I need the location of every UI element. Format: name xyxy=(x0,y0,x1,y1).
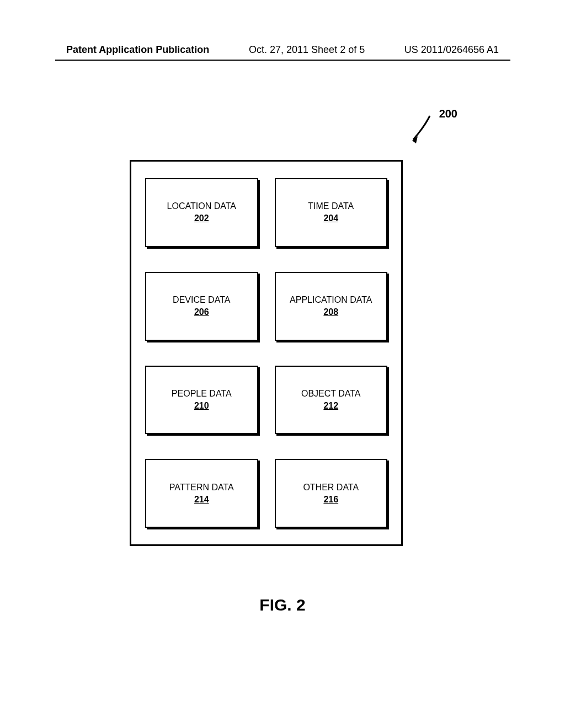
header-divider xyxy=(55,60,510,61)
main-container: LOCATION DATA 202 TIME DATA 204 DEVICE D… xyxy=(130,160,403,546)
box-label: APPLICATION DATA xyxy=(290,295,372,305)
object-data-box: OBJECT DATA 212 xyxy=(275,366,388,435)
other-data-box: OTHER DATA 216 xyxy=(275,459,388,528)
people-data-box: PEOPLE DATA 210 xyxy=(145,366,258,435)
box-number: 216 xyxy=(323,495,338,505)
box-label: TIME DATA xyxy=(308,201,354,211)
reference-arrow-icon xyxy=(408,113,435,148)
box-number: 210 xyxy=(194,401,209,411)
data-grid: LOCATION DATA 202 TIME DATA 204 DEVICE D… xyxy=(145,178,387,528)
box-number: 212 xyxy=(323,401,338,411)
box-number: 214 xyxy=(194,495,209,505)
box-number: 204 xyxy=(323,213,338,223)
box-label: DEVICE DATA xyxy=(173,295,230,305)
location-data-box: LOCATION DATA 202 xyxy=(145,178,258,247)
device-data-box: DEVICE DATA 206 xyxy=(145,272,258,341)
pattern-data-box: PATTERN DATA 214 xyxy=(145,459,258,528)
time-data-box: TIME DATA 204 xyxy=(275,178,388,247)
header-right-text: US 2011/0264656 A1 xyxy=(404,44,499,56)
header-center-text: Oct. 27, 2011 Sheet 2 of 5 xyxy=(249,44,365,56)
box-number: 208 xyxy=(323,307,338,317)
application-data-box: APPLICATION DATA 208 xyxy=(275,272,388,341)
box-label: LOCATION DATA xyxy=(167,201,236,211)
box-label: OTHER DATA xyxy=(303,483,359,493)
box-number: 206 xyxy=(194,307,209,317)
box-label: PEOPLE DATA xyxy=(172,389,232,399)
box-label: PATTERN DATA xyxy=(169,483,234,493)
box-label: OBJECT DATA xyxy=(301,389,361,399)
header-left-text: Patent Application Publication xyxy=(66,44,209,56)
reference-number: 200 xyxy=(439,108,457,120)
figure-label: FIG. 2 xyxy=(0,596,565,614)
page-header: Patent Application Publication Oct. 27, … xyxy=(0,44,565,56)
box-number: 202 xyxy=(194,213,209,223)
